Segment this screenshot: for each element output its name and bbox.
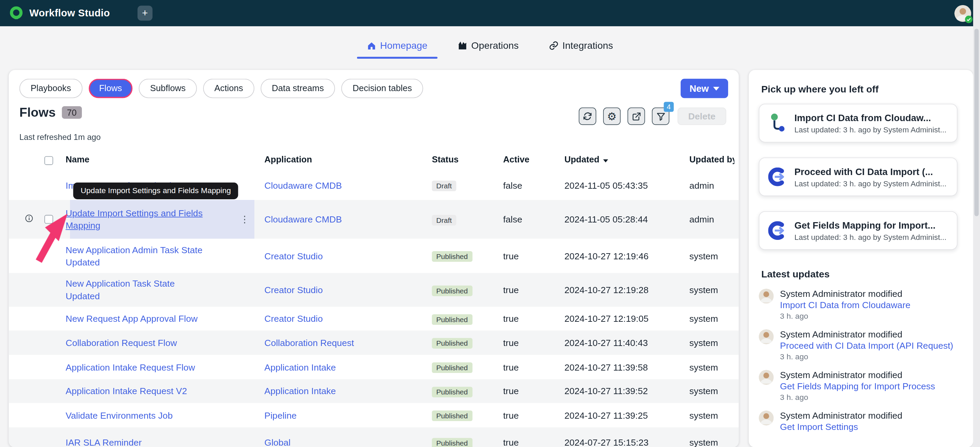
- column-active[interactable]: Active: [503, 154, 530, 164]
- pickup-card-title: Import CI Data from Cloudaw...: [794, 112, 947, 124]
- update-link[interactable]: Proceed with CI Data Import (API Request…: [780, 340, 955, 351]
- update-time: 3 h. ago: [780, 312, 955, 321]
- updated-by-value: system: [689, 362, 735, 372]
- table-row[interactable]: New Request App Approval Flow Creator St…: [9, 307, 739, 331]
- pill-data-streams[interactable]: Data streams: [261, 79, 335, 98]
- tab-integrations[interactable]: Integrations: [544, 38, 618, 59]
- updated-value: 2024-11-05 05:43:35: [564, 180, 648, 190]
- table-row-hovered[interactable]: Update Import Settings and Fields Mappin…: [9, 200, 739, 239]
- updated-value: 2024-10-27 11:39:52: [564, 386, 648, 396]
- info-icon[interactable]: [25, 214, 33, 224]
- application-link[interactable]: Pipeline: [264, 410, 297, 420]
- pickup-card-subtitle: Last updated: 3 h. ago by System Adminis…: [794, 126, 947, 134]
- updated-value: 2024-10-27 12:19:46: [564, 251, 649, 261]
- application-link[interactable]: Collaboration Request: [264, 338, 354, 348]
- column-updated-by[interactable]: Updated by: [689, 154, 735, 164]
- kebab-menu-icon[interactable]: ⋮: [240, 213, 249, 225]
- active-value: true: [503, 410, 519, 420]
- updated-value: 2024-10-27 12:19:28: [564, 285, 649, 295]
- last-refreshed-text: Last refreshed 1m ago: [19, 132, 101, 142]
- application-link[interactable]: Cloudaware CMDB: [264, 214, 342, 224]
- flow-name-link[interactable]: Collaboration Request Flow: [65, 338, 177, 348]
- pickup-card[interactable]: Get Fields Mapping for Import... Last up…: [759, 211, 958, 250]
- table-row[interactable]: Collaboration Request Flow Collaboration…: [9, 331, 739, 355]
- updated-by-value: system: [689, 285, 735, 295]
- column-application[interactable]: Application: [264, 154, 312, 164]
- flow-name-link[interactable]: Application Intake Request V2: [65, 386, 187, 396]
- new-tab-button[interactable]: +: [138, 5, 153, 21]
- new-button[interactable]: New: [681, 79, 728, 98]
- tab-homepage[interactable]: Homepage: [362, 38, 433, 59]
- filter-count-badge: 4: [664, 102, 674, 111]
- application-link[interactable]: Creator Studio: [264, 285, 323, 295]
- application-link[interactable]: Creator Studio: [264, 313, 323, 323]
- updated-by-value: system: [689, 437, 735, 447]
- column-name[interactable]: Name: [65, 154, 89, 164]
- update-link[interactable]: Import CI Data from Cloudaware: [780, 299, 955, 310]
- user-avatar[interactable]: [955, 5, 971, 22]
- application-link[interactable]: Global: [264, 437, 291, 447]
- pill-actions[interactable]: Actions: [203, 79, 254, 98]
- status-badge: Draft: [432, 180, 456, 191]
- pickup-card[interactable]: Import CI Data from Cloudaw... Last upda…: [759, 104, 958, 143]
- pill-flows[interactable]: Flows: [88, 79, 132, 98]
- update-link[interactable]: Get Fields Mapping for Import Process: [780, 380, 955, 392]
- flow-name-link[interactable]: New Application Task State Updated: [65, 279, 175, 301]
- active-value: true: [503, 285, 519, 295]
- entity-filter-pills: Playbooks Flows Subflows Actions Data st…: [19, 79, 423, 98]
- table-row[interactable]: Application Intake Request Flow Applicat…: [9, 355, 739, 379]
- table-row[interactable]: Validate Environments Job Pipeline Publi…: [9, 403, 739, 427]
- flows-count-badge: 70: [62, 106, 81, 119]
- updated-value: 2024-10-27 11:40:43: [564, 338, 648, 348]
- application-link[interactable]: Application Intake: [264, 362, 336, 372]
- update-actor: System Administrator modified: [780, 329, 955, 340]
- refresh-icon: [582, 111, 592, 121]
- update-item: System Administrator modified Proceed wi…: [759, 329, 973, 361]
- status-badge: Published: [432, 363, 472, 373]
- tab-operations[interactable]: Operations: [453, 38, 523, 59]
- active-value: true: [503, 251, 519, 261]
- avatar: [759, 329, 774, 344]
- flow-name-link[interactable]: Update Import Settings and Fields Mappin…: [65, 208, 202, 231]
- workflow-studio-logo-icon: [9, 5, 24, 21]
- flow-name-link[interactable]: Validate Environments Job: [65, 410, 173, 420]
- page-scrollbar[interactable]: [973, 0, 980, 447]
- flow-name-link[interactable]: Application Intake Request Flow: [65, 362, 195, 372]
- latest-updates-title: Latest updates: [761, 269, 973, 280]
- settings-button[interactable]: ⚙: [603, 108, 620, 125]
- update-actor: System Administrator modified: [780, 289, 955, 299]
- filter-funnel-icon: [656, 111, 665, 121]
- flow-name-link[interactable]: IAR SLA Reminder: [65, 437, 142, 447]
- delete-button[interactable]: Delete: [678, 108, 726, 125]
- flow-name-link[interactable]: New Request App Approval Flow: [65, 313, 198, 323]
- export-button[interactable]: [627, 108, 645, 125]
- updated-value: 2024-11-05 05:28:44: [564, 214, 648, 224]
- proceed-arrow-icon: [768, 221, 787, 240]
- integrations-link-icon: [549, 41, 558, 51]
- application-link[interactable]: Application Intake: [264, 386, 336, 396]
- pickup-card[interactable]: Proceed with CI Data Import (... Last up…: [759, 157, 958, 196]
- gear-icon: ⚙: [607, 111, 617, 121]
- application-link[interactable]: Cloudaware CMDB: [264, 180, 342, 190]
- table-row[interactable]: New Application Task State Updated Creat…: [9, 273, 739, 307]
- column-status[interactable]: Status: [432, 154, 458, 164]
- application-link[interactable]: Creator Studio: [264, 251, 323, 261]
- active-value: true: [503, 386, 519, 396]
- scrollbar-thumb[interactable]: [975, 29, 979, 216]
- online-check-icon: [965, 15, 972, 23]
- column-updated-sorted[interactable]: Updated: [564, 154, 608, 164]
- status-badge: Draft: [432, 215, 456, 225]
- table-row[interactable]: Application Intake Request V2 Applicatio…: [9, 379, 739, 403]
- update-link[interactable]: Get Import Settings: [780, 421, 955, 432]
- updated-value: 2024-10-27 11:39:25: [564, 410, 648, 420]
- updated-by-value: admin: [689, 180, 735, 190]
- pill-playbooks[interactable]: Playbooks: [19, 79, 82, 98]
- flow-name-link[interactable]: New Application Admin Task State Updated: [65, 245, 202, 267]
- pill-decision-tables[interactable]: Decision tables: [341, 79, 423, 98]
- refresh-button[interactable]: [579, 108, 596, 125]
- pill-subflows[interactable]: Subflows: [139, 79, 197, 98]
- table-row[interactable]: IAR SLA Reminder Global Published true 2…: [9, 427, 739, 447]
- updated-value: 2024-10-27 12:19:05: [564, 313, 649, 323]
- select-all-checkbox[interactable]: [45, 156, 53, 165]
- table-row[interactable]: New Application Admin Task State Updated…: [9, 239, 739, 273]
